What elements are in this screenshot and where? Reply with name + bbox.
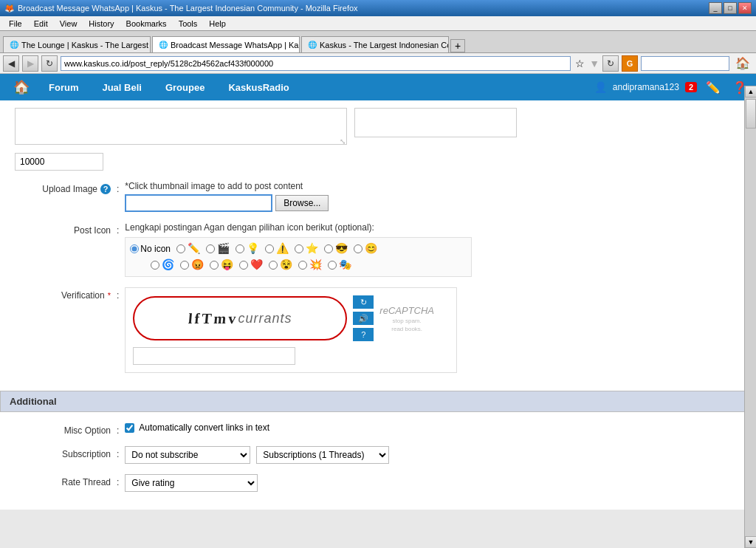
scroll-up-button[interactable]: ▲ xyxy=(745,86,756,97)
upload-image-info-icon[interactable]: ? xyxy=(100,184,111,194)
upload-image-row: Upload Image ? : *Click thumbnail image … xyxy=(15,181,741,212)
additional-section-header: Additional xyxy=(0,391,756,412)
colon-3: : xyxy=(117,287,119,301)
subscription-dropdown[interactable]: Do not subscribe Subscribe Subscribe (di… xyxy=(125,446,250,464)
scroll-thumb[interactable] xyxy=(746,99,756,129)
firefox-icon: 🦊 xyxy=(4,4,15,13)
no-icon-radio[interactable] xyxy=(130,244,139,253)
angry-icon: 😡 xyxy=(190,258,204,272)
close-button[interactable]: ✕ xyxy=(738,2,752,14)
auto-convert-checkbox[interactable] xyxy=(125,423,134,433)
captcha-audio-button[interactable]: 🔊 xyxy=(353,312,374,325)
menu-bar: File Edit View History Bookmarks Tools H… xyxy=(0,16,756,31)
colon-6: : xyxy=(117,474,119,487)
icon-option-heart: ❤️ xyxy=(239,258,263,272)
heart-icon: ❤️ xyxy=(250,258,263,272)
post-icon-desc-text: Lengkapi postingan Agan dengan pilihan i… xyxy=(125,222,741,233)
menu-file[interactable]: File xyxy=(3,18,28,30)
search-input[interactable] xyxy=(641,56,729,71)
compose-icon[interactable]: ✏️ xyxy=(703,79,724,96)
nav-groupee[interactable]: Groupee xyxy=(154,76,216,99)
rate-thread-row: Rate Thread : Give rating 1 - Terrible 2… xyxy=(15,474,741,492)
subscription-threads-dropdown[interactable]: Subscriptions (1 Threads) xyxy=(256,446,389,464)
verification-row: Verification * : lfTmv currants ↻ 🔊 ? xyxy=(15,287,741,373)
captcha-image-row: lfTmv currants ↻ 🔊 ? reCAPTCHA stop spam… xyxy=(133,295,449,341)
icon-option-mask: 🎭 xyxy=(328,258,351,272)
icon-cool-radio[interactable] xyxy=(324,244,333,253)
icon-option-warning: ⚠️ xyxy=(265,242,289,256)
icon-option-cool: 😎 xyxy=(324,242,348,256)
tab-1-label: Broadcast Message WhatsApp | Kaskus -... xyxy=(171,41,300,49)
browse-button[interactable]: Browse... xyxy=(275,195,329,211)
back-button[interactable]: ◀ xyxy=(3,55,19,72)
icon-dizzy-radio[interactable] xyxy=(269,261,278,270)
captcha-text-left: lfTmv xyxy=(188,310,238,327)
menu-bookmarks[interactable]: Bookmarks xyxy=(120,18,173,30)
post-icon-value: Lengkapi postingan Agan dengan pilihan i… xyxy=(125,222,741,277)
new-tab-button[interactable]: + xyxy=(450,39,465,52)
icon-boom-radio[interactable] xyxy=(298,261,307,270)
address-input[interactable] xyxy=(61,56,571,71)
icon-tongue-radio[interactable] xyxy=(210,261,219,270)
icon-row-1: No icon ✏️ 🎬 💡 xyxy=(130,242,467,256)
icon-option-bulb: 💡 xyxy=(236,242,259,256)
minimize-button[interactable]: _ xyxy=(709,2,722,14)
icon-warning-radio[interactable] xyxy=(265,244,274,253)
scroll-down-button[interactable]: ▼ xyxy=(745,536,756,548)
tab-0[interactable]: 🌐 The Lounge | Kaskus - The Largest Indo… xyxy=(3,36,151,52)
icon-pencil-radio[interactable] xyxy=(176,244,185,253)
scrollbar-vertical: ▲ ▼ xyxy=(744,86,756,548)
icon-heart-radio[interactable] xyxy=(239,261,248,270)
notification-badge[interactable]: 2 xyxy=(685,82,697,92)
rate-thread-dropdown[interactable]: Give rating 1 - Terrible 2 - Bad 3 - Ave… xyxy=(125,474,258,492)
tab-1[interactable]: 🌐 Broadcast Message WhatsApp | Kaskus -.… xyxy=(152,36,300,52)
star-icon: ⭐ xyxy=(305,242,318,256)
icon-film-radio[interactable] xyxy=(206,244,215,253)
icon-option-film: 🎬 xyxy=(206,242,230,256)
maximize-button[interactable]: □ xyxy=(724,2,737,14)
upload-file-input[interactable] xyxy=(125,194,272,212)
dropdown-arrow-icon[interactable]: ▼ xyxy=(589,58,599,69)
window-title: Broadcast Message WhatsApp | Kaskus - Th… xyxy=(18,4,358,13)
menu-history[interactable]: History xyxy=(83,18,120,30)
tab-2[interactable]: 🌐 Kaskus - The Largest Indonesian Commu.… xyxy=(301,36,449,52)
captcha-input[interactable] xyxy=(133,347,295,365)
site-home-icon[interactable]: 🏠 xyxy=(6,75,37,100)
no-icon-option: No icon xyxy=(130,244,171,254)
google-search-button[interactable]: G xyxy=(622,55,638,72)
menu-view[interactable]: View xyxy=(54,18,83,30)
menu-edit[interactable]: Edit xyxy=(28,18,54,30)
post-text-input[interactable] xyxy=(15,108,347,145)
bookmark-star-icon[interactable]: ☆ xyxy=(574,58,586,69)
refresh-page-button[interactable]: ↻ xyxy=(602,55,619,72)
icon-mask-radio[interactable] xyxy=(328,261,337,270)
post-icon-row: Post Icon : Lengkapi postingan Agan deng… xyxy=(15,222,741,277)
username: andipramana123 xyxy=(613,82,679,92)
forward-button[interactable]: ▶ xyxy=(22,55,38,72)
icon-angry-radio[interactable] xyxy=(180,261,189,270)
icon-option-dizzy: 😵 xyxy=(269,258,292,272)
captcha-help-button[interactable]: ? xyxy=(353,328,374,341)
menu-help[interactable]: Help xyxy=(203,18,232,30)
icon-swirl-radio[interactable] xyxy=(151,261,159,270)
count-input[interactable] xyxy=(15,153,103,171)
tab-0-label: The Lounge | Kaskus - The Largest Indo..… xyxy=(21,41,151,49)
icon-option-swirl: 🌀 xyxy=(151,258,174,272)
colon-4: : xyxy=(117,422,119,436)
icon-bulb-radio[interactable] xyxy=(236,244,244,253)
nav-kaskus-radio[interactable]: KaskusRadio xyxy=(216,76,300,99)
nav-jual-beli[interactable]: Jual Beli xyxy=(90,76,153,99)
boom-icon: 💥 xyxy=(309,258,322,272)
page-content: ⤡ Upload Image ? : *Click thumbnail imag… xyxy=(0,100,756,548)
icon-star-radio[interactable] xyxy=(295,244,303,253)
icon-option-angry: 😡 xyxy=(180,258,204,272)
tongue-icon: 😝 xyxy=(220,258,233,272)
subscription-value: Do not subscribe Subscribe Subscribe (di… xyxy=(125,446,741,464)
icon-smile-radio[interactable] xyxy=(354,244,362,253)
menu-tools[interactable]: Tools xyxy=(173,18,204,30)
google-icon: G xyxy=(627,59,633,68)
home-button[interactable]: 🏠 xyxy=(732,56,753,70)
captcha-refresh-button[interactable]: ↻ xyxy=(353,295,374,309)
refresh-button[interactable]: ↻ xyxy=(41,55,58,72)
nav-forum[interactable]: Forum xyxy=(37,76,90,99)
